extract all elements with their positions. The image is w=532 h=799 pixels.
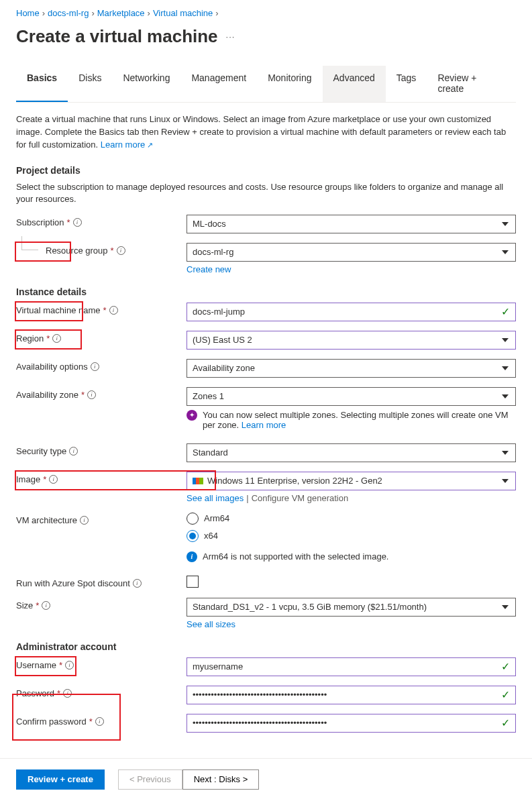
avail-zone-select[interactable]: Zones 1: [187, 387, 516, 406]
size-select[interactable]: Standard_DS1_v2 - 1 vcpu, 3.5 GiB memory…: [187, 598, 516, 617]
see-images-link[interactable]: See all images: [187, 493, 244, 503]
info-icon[interactable]: i: [65, 661, 74, 670]
arch-arm64[interactable]: Arm64: [187, 513, 516, 525]
tabs: Basics Disks Networking Management Monit…: [16, 66, 516, 103]
size-label: Size: [16, 600, 33, 610]
password-input[interactable]: ••••••••••••••••••••••••••••••••••••••••…: [187, 686, 516, 704]
instance-details-title: Instance details: [16, 286, 516, 297]
info-icon[interactable]: i: [63, 689, 72, 698]
next-button[interactable]: Next : Disks >: [182, 769, 260, 790]
tab-networking[interactable]: Networking: [112, 66, 180, 102]
windows-icon: [193, 478, 203, 484]
username-label: Username: [16, 660, 56, 670]
learn-more-link[interactable]: Learn more: [101, 140, 154, 150]
image-label: Image: [16, 474, 40, 484]
zone-note: You can now select multiple zones. Selec…: [203, 410, 516, 430]
password-label: Password: [16, 688, 54, 698]
arch-note: Arm64 is not supported with the selected…: [203, 551, 388, 562]
tab-tags[interactable]: Tags: [386, 66, 427, 102]
footer: Review + create < Previous Next : Disks …: [0, 758, 532, 799]
spot-checkbox[interactable]: [187, 576, 199, 588]
info-icon[interactable]: i: [42, 601, 50, 610]
breadcrumb-rg[interactable]: docs-ml-rg: [48, 8, 89, 18]
info-icon[interactable]: i: [117, 246, 125, 255]
subscription-label: Subscription: [16, 217, 64, 227]
checkmark-icon: ✓: [501, 305, 510, 318]
info-note-icon: i: [187, 551, 197, 562]
review-create-button[interactable]: Review + create: [16, 769, 105, 790]
confirm-input[interactable]: ••••••••••••••••••••••••••••••••••••••••…: [187, 714, 516, 733]
subscription-select[interactable]: ML-docs: [187, 215, 516, 233]
breadcrumb-marketplace[interactable]: Marketplace: [97, 8, 145, 18]
info-icon[interactable]: i: [91, 362, 99, 371]
info-icon[interactable]: i: [80, 516, 89, 525]
security-label: Security type: [16, 446, 66, 456]
rg-select[interactable]: docs-ml-rg: [187, 243, 516, 262]
breadcrumb-home[interactable]: Home: [16, 8, 40, 18]
avail-opts-label: Availability options: [16, 362, 88, 372]
region-select[interactable]: (US) East US 2: [187, 331, 516, 350]
project-details-desc: Select the subscription to manage deploy…: [16, 181, 516, 205]
see-sizes-link[interactable]: See all sizes: [187, 619, 235, 629]
info-icon[interactable]: i: [109, 306, 118, 315]
tab-advanced[interactable]: Advanced: [323, 66, 386, 102]
arch-label: VM architecture: [16, 515, 77, 525]
checkmark-icon: ✓: [501, 660, 510, 673]
avail-zone-label: Availability zone: [16, 390, 78, 400]
tab-review[interactable]: Review + create: [427, 66, 516, 102]
arch-x64[interactable]: x64: [187, 530, 516, 542]
info-icon[interactable]: i: [133, 579, 142, 588]
page-title: Create a virtual machine: [16, 26, 218, 47]
checkmark-icon: ✓: [501, 688, 510, 701]
info-icon[interactable]: i: [87, 390, 96, 399]
admin-title: Administrator account: [16, 641, 516, 652]
info-icon[interactable]: i: [69, 447, 78, 456]
zone-learn-more[interactable]: Learn more: [242, 420, 286, 430]
breadcrumb-vm[interactable]: Virtual machine: [153, 8, 213, 18]
checkmark-icon: ✓: [501, 716, 510, 729]
security-select[interactable]: Standard: [187, 443, 516, 462]
tab-management[interactable]: Management: [180, 66, 257, 102]
more-icon[interactable]: ···: [226, 32, 235, 42]
tab-monitoring[interactable]: Monitoring: [257, 66, 322, 102]
avail-opts-select[interactable]: Availability zone: [187, 359, 516, 378]
username-input[interactable]: myusername✓: [187, 657, 516, 676]
info-icon[interactable]: i: [52, 334, 61, 343]
region-label: Region: [16, 333, 44, 343]
spot-label: Run with Azure Spot discount: [16, 578, 130, 588]
previous-button[interactable]: < Previous: [118, 769, 182, 790]
project-details-title: Project details: [16, 165, 516, 176]
create-new-link[interactable]: Create new: [187, 264, 231, 274]
image-select[interactable]: Windows 11 Enterprise, version 22H2 - Ge…: [187, 472, 516, 490]
rg-label: Resource group: [46, 246, 108, 256]
vm-name-label: Virtual machine name: [16, 305, 101, 315]
info-icon[interactable]: i: [73, 218, 82, 227]
tab-basics[interactable]: Basics: [16, 66, 68, 102]
confirm-label: Confirm password: [16, 716, 87, 727]
breadcrumb: Home› docs-ml-rg› Marketplace› Virtual m…: [16, 0, 516, 23]
info-icon[interactable]: i: [49, 475, 58, 484]
rocket-icon: ✦: [187, 410, 197, 421]
configure-gen: Configure VM generation: [252, 493, 349, 503]
intro-text: Create a virtual machine that runs Linux…: [16, 113, 516, 152]
info-icon[interactable]: i: [95, 717, 104, 726]
vm-name-input[interactable]: docs-ml-jump✓: [187, 303, 516, 321]
tab-disks[interactable]: Disks: [68, 66, 112, 102]
